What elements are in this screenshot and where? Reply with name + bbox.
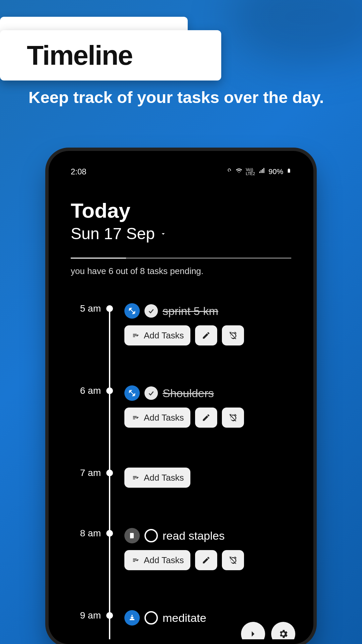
fab-row	[241, 622, 295, 639]
time-label: 7 am	[71, 468, 101, 478]
task-row[interactable]: read staples	[124, 528, 291, 543]
hero-card: Timeline	[0, 30, 221, 80]
timeline-slot: 5 am sprint 5 km	[71, 303, 291, 367]
time-label: 6 am	[71, 385, 101, 396]
add-tasks-label: Add Tasks	[144, 330, 184, 341]
phone-frame: 2:08 Vo))LTE2 90% Today	[49, 151, 313, 644]
task-name: sprint 5 km	[163, 305, 218, 318]
status-time: 2:08	[71, 167, 86, 176]
add-tasks-button[interactable]: Add Tasks	[124, 408, 190, 428]
time-label: 5 am	[71, 303, 101, 314]
settings-button[interactable]	[271, 622, 295, 639]
add-tasks-button[interactable]: Add Tasks	[124, 468, 190, 488]
wellness-icon	[124, 610, 140, 626]
edit-button[interactable]	[195, 325, 217, 345]
task-name: read staples	[163, 529, 225, 542]
app-header: Today Sun 17 Sep you have 6 out of 8 tas…	[71, 199, 291, 276]
alarm-off-button[interactable]	[222, 408, 244, 428]
svg-rect-0	[288, 169, 290, 172]
pending-summary: you have 6 out of 8 tasks pending.	[71, 266, 291, 276]
battery-icon	[287, 167, 291, 176]
task-row[interactable]: Shoulders	[124, 385, 291, 401]
chevron-right-icon	[248, 629, 258, 639]
fitness-icon	[124, 385, 140, 401]
status-right: Vo))LTE2 90%	[226, 167, 291, 176]
alarm-off-icon	[229, 556, 237, 565]
today-title: Today	[71, 199, 291, 222]
timeline-dot	[106, 387, 113, 394]
alarm-off-button[interactable]	[222, 550, 244, 570]
add-tasks-label: Add Tasks	[144, 473, 184, 483]
progress-fill	[71, 258, 126, 259]
edit-button[interactable]	[195, 408, 217, 428]
add-tasks-button[interactable]: Add Tasks	[124, 325, 190, 345]
pencil-icon	[202, 413, 210, 422]
timeline-dot	[106, 612, 113, 619]
rotate-lock-icon	[226, 167, 232, 176]
task-name: meditate	[163, 611, 206, 625]
playlist-add-icon	[131, 332, 140, 339]
timeline-dot	[106, 305, 113, 312]
svg-point-2	[131, 615, 133, 616]
timeline-slot: 8 am read staples	[71, 528, 291, 592]
pencil-icon	[202, 331, 210, 340]
alarm-off-icon	[229, 331, 237, 340]
task-row[interactable]: sprint 5 km	[124, 303, 291, 319]
add-tasks-label: Add Tasks	[144, 555, 184, 566]
alarm-off-button[interactable]	[222, 325, 244, 345]
task-name: Shoulders	[163, 387, 214, 400]
timeline-slot: 6 am Shoulders	[71, 385, 291, 449]
time-label: 8 am	[71, 528, 101, 539]
status-bar: 2:08 Vo))LTE2 90%	[71, 165, 291, 178]
date-selector[interactable]: Sun 17 Sep	[71, 224, 291, 243]
network-label: Vo))LTE2	[246, 168, 255, 176]
app-screen: 2:08 Vo))LTE2 90% Today	[53, 156, 309, 639]
reading-icon	[124, 528, 140, 543]
playlist-add-icon	[131, 474, 140, 481]
gear-icon	[278, 629, 289, 639]
task-checkbox-empty[interactable]	[144, 611, 158, 625]
pencil-icon	[202, 556, 210, 565]
date-text: Sun 17 Sep	[71, 224, 155, 243]
wifi-icon	[236, 167, 242, 176]
progress-bar	[71, 258, 291, 259]
timeline-dot	[106, 530, 113, 537]
add-tasks-button[interactable]: Add Tasks	[124, 550, 190, 570]
add-tasks-label: Add Tasks	[144, 413, 184, 423]
task-checkbox-checked[interactable]	[144, 386, 158, 400]
timeline-slot: 7 am Add Tasks	[71, 468, 291, 511]
next-button[interactable]	[241, 622, 265, 639]
svg-rect-1	[288, 169, 290, 169]
playlist-add-icon	[131, 414, 140, 421]
time-label: 9 am	[71, 610, 101, 621]
alarm-off-icon	[229, 413, 237, 422]
fitness-icon	[124, 303, 140, 319]
hero-subtitle: Keep track of your tasks over the day.	[28, 87, 328, 108]
hero-title: Timeline	[27, 40, 132, 71]
timeline-dot	[106, 470, 113, 476]
edit-button[interactable]	[195, 550, 217, 570]
timeline: 5 am sprint 5 km	[71, 303, 291, 639]
task-checkbox-empty[interactable]	[144, 529, 158, 542]
signal-icon	[258, 167, 265, 176]
battery-text: 90%	[268, 167, 283, 176]
task-checkbox-checked[interactable]	[144, 304, 158, 318]
playlist-add-icon	[131, 556, 140, 564]
chevron-down-icon	[160, 230, 167, 237]
